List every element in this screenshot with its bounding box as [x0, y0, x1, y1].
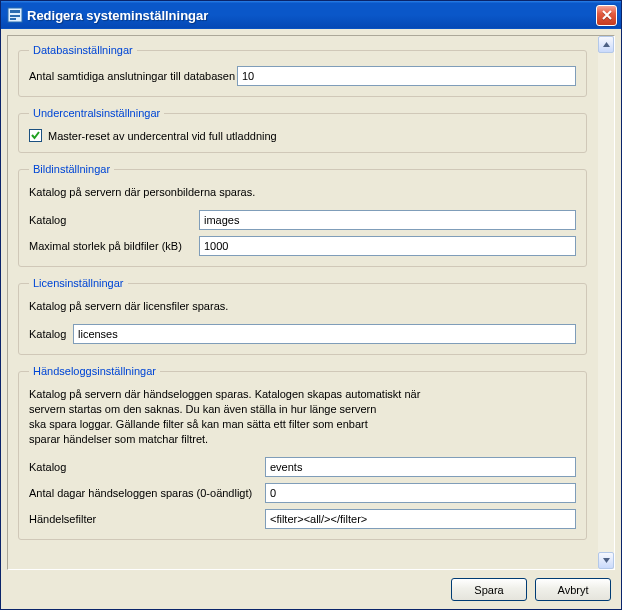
images-maxsize-input[interactable]: [199, 236, 576, 256]
vertical-scrollbar[interactable]: [597, 36, 614, 569]
eventlog-days-label: Antal dagar händseloggen sparas (0-oändl…: [29, 487, 265, 499]
svg-rect-2: [10, 15, 20, 17]
eventlog-desc: Katalog på servern där händseloggen spar…: [29, 387, 576, 447]
client-area: Databasinställningar Antal samtidiga ans…: [1, 29, 621, 609]
close-icon: [602, 10, 612, 20]
close-button[interactable]: [596, 5, 617, 26]
group-undercentral: Undercentralsinställningar Master-reset …: [18, 107, 587, 153]
chevron-down-icon: [603, 558, 610, 563]
eventlog-filter-input[interactable]: [265, 509, 576, 529]
db-connections-input[interactable]: [237, 66, 576, 86]
app-icon: [7, 7, 23, 23]
group-eventlog-legend: Händseloggsinställningar: [29, 365, 160, 377]
cancel-button[interactable]: Avbryt: [535, 578, 611, 601]
scroll-content: Databasinställningar Antal samtidiga ans…: [8, 36, 597, 569]
scroll-up-button[interactable]: [598, 36, 614, 53]
svg-rect-3: [10, 18, 16, 20]
images-dir-label: Katalog: [29, 214, 199, 226]
scroll-area: Databasinställningar Antal samtidiga ans…: [7, 35, 615, 570]
dialog-window: Redigera systeminställningar Databasinst…: [0, 0, 622, 610]
group-license: Licensinställningar Katalog på servern d…: [18, 277, 587, 355]
group-database: Databasinställningar Antal samtidiga ans…: [18, 44, 587, 97]
svg-rect-1: [10, 10, 20, 13]
group-eventlog: Händseloggsinställningar Katalog på serv…: [18, 365, 587, 540]
eventlog-dir-label: Katalog: [29, 461, 265, 473]
group-database-legend: Databasinställningar: [29, 44, 137, 56]
chevron-up-icon: [603, 42, 610, 47]
master-reset-label: Master-reset av undercentral vid full ut…: [48, 130, 277, 142]
images-maxsize-label: Maximal storlek på bildfiler (kB): [29, 240, 199, 252]
eventlog-days-input[interactable]: [265, 483, 576, 503]
button-bar: Spara Avbryt: [7, 570, 615, 601]
group-images-legend: Bildinställningar: [29, 163, 114, 175]
svg-marker-4: [603, 42, 610, 47]
eventlog-filter-label: Händelsefilter: [29, 513, 265, 525]
eventlog-dir-input[interactable]: [265, 457, 576, 477]
svg-marker-5: [603, 558, 610, 563]
db-connections-label: Antal samtidiga anslutningar till databa…: [29, 70, 237, 82]
checkbox-checked-icon: [29, 129, 42, 142]
master-reset-checkbox[interactable]: Master-reset av undercentral vid full ut…: [29, 129, 277, 142]
titlebar[interactable]: Redigera systeminställningar: [1, 1, 621, 29]
group-license-legend: Licensinställningar: [29, 277, 128, 289]
license-dir-label: Katalog: [29, 328, 73, 340]
save-button[interactable]: Spara: [451, 578, 527, 601]
images-desc: Katalog på servern där personbilderna sp…: [29, 185, 576, 200]
license-dir-input[interactable]: [73, 324, 576, 344]
group-images: Bildinställningar Katalog på servern där…: [18, 163, 587, 267]
scroll-track[interactable]: [598, 53, 614, 552]
scroll-down-button[interactable]: [598, 552, 614, 569]
group-undercentral-legend: Undercentralsinställningar: [29, 107, 164, 119]
license-desc: Katalog på servern där licensfiler spara…: [29, 299, 576, 314]
window-title: Redigera systeminställningar: [27, 8, 596, 23]
images-dir-input[interactable]: [199, 210, 576, 230]
